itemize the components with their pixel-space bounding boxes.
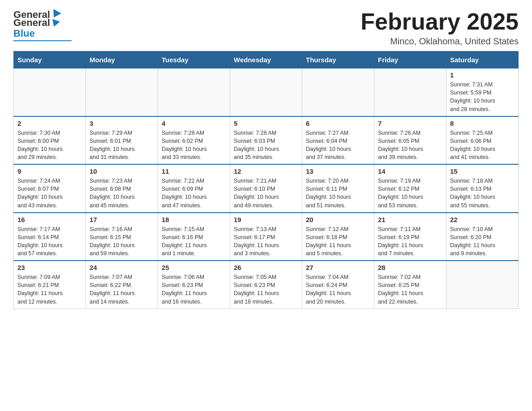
day-number: 19 bbox=[234, 216, 298, 223]
header-row: SundayMondayTuesdayWednesdayThursdayFrid… bbox=[14, 51, 519, 68]
day-cell: 23Sunrise: 7:09 AMSunset: 6:21 PMDayligh… bbox=[14, 261, 86, 308]
day-header-sunday: Sunday bbox=[14, 51, 86, 68]
logo-area: General General Blue bbox=[13, 9, 72, 41]
day-cell: 19Sunrise: 7:13 AMSunset: 6:17 PMDayligh… bbox=[230, 213, 302, 261]
day-number: 3 bbox=[90, 120, 154, 127]
title-area: February 2025 Minco, Oklahoma, United St… bbox=[360, 9, 519, 47]
day-number: 23 bbox=[17, 264, 82, 271]
day-cell: 9Sunrise: 7:24 AMSunset: 6:07 PMDaylight… bbox=[14, 164, 86, 213]
day-info: Sunrise: 7:17 AMSunset: 6:14 PMDaylight:… bbox=[17, 225, 82, 258]
day-cell: 8Sunrise: 7:25 AMSunset: 6:06 PMDaylight… bbox=[446, 116, 519, 165]
day-cell: 2Sunrise: 7:30 AMSunset: 6:00 PMDaylight… bbox=[14, 116, 86, 165]
day-number: 16 bbox=[17, 216, 82, 223]
day-cell bbox=[230, 68, 302, 116]
day-cell: 3Sunrise: 7:29 AMSunset: 6:01 PMDaylight… bbox=[86, 116, 158, 165]
day-number: 15 bbox=[450, 167, 515, 175]
day-cell bbox=[446, 261, 519, 308]
logo-underline bbox=[13, 40, 72, 41]
day-cell: 22Sunrise: 7:10 AMSunset: 6:20 PMDayligh… bbox=[446, 213, 519, 261]
day-number: 13 bbox=[306, 167, 370, 175]
day-number: 2 bbox=[17, 120, 82, 127]
day-cell bbox=[302, 68, 374, 116]
day-info: Sunrise: 7:27 AMSunset: 6:04 PMDaylight:… bbox=[306, 129, 370, 162]
day-info: Sunrise: 7:11 AMSunset: 6:19 PMDaylight:… bbox=[378, 225, 442, 258]
day-info: Sunrise: 7:25 AMSunset: 6:06 PMDaylight:… bbox=[450, 129, 515, 162]
day-info: Sunrise: 7:09 AMSunset: 6:21 PMDaylight:… bbox=[17, 273, 82, 306]
day-number: 25 bbox=[162, 264, 226, 271]
day-number: 1 bbox=[450, 71, 515, 79]
day-cell: 24Sunrise: 7:07 AMSunset: 6:22 PMDayligh… bbox=[86, 261, 158, 308]
day-info: Sunrise: 7:28 AMSunset: 6:03 PMDaylight:… bbox=[234, 129, 298, 162]
day-cell: 7Sunrise: 7:26 AMSunset: 6:05 PMDaylight… bbox=[374, 116, 446, 165]
day-info: Sunrise: 7:10 AMSunset: 6:20 PMDaylight:… bbox=[450, 225, 515, 258]
day-info: Sunrise: 7:31 AMSunset: 5:59 PMDaylight:… bbox=[450, 81, 515, 113]
day-info: Sunrise: 7:07 AMSunset: 6:22 PMDaylight:… bbox=[90, 273, 154, 306]
day-header-monday: Monday bbox=[86, 51, 158, 68]
day-number: 12 bbox=[234, 167, 298, 175]
day-info: Sunrise: 7:06 AMSunset: 6:23 PMDaylight:… bbox=[162, 273, 226, 306]
day-cell bbox=[86, 68, 158, 116]
day-cell bbox=[14, 68, 86, 116]
day-number: 27 bbox=[306, 264, 370, 271]
day-cell: 15Sunrise: 7:18 AMSunset: 6:13 PMDayligh… bbox=[446, 164, 519, 213]
calendar-table: SundayMondayTuesdayWednesdayThursdayFrid… bbox=[13, 51, 519, 309]
day-cell bbox=[374, 68, 446, 116]
day-info: Sunrise: 7:30 AMSunset: 6:00 PMDaylight:… bbox=[17, 129, 82, 162]
day-number: 9 bbox=[17, 167, 82, 175]
day-header-saturday: Saturday bbox=[446, 51, 519, 68]
day-number: 8 bbox=[450, 120, 515, 127]
day-info: Sunrise: 7:23 AMSunset: 6:08 PMDaylight:… bbox=[90, 177, 154, 210]
header: General General Blue February 2025 Minco… bbox=[13, 9, 519, 47]
day-number: 17 bbox=[90, 216, 154, 223]
day-info: Sunrise: 7:16 AMSunset: 6:15 PMDaylight:… bbox=[90, 225, 154, 258]
day-cell: 17Sunrise: 7:16 AMSunset: 6:15 PMDayligh… bbox=[86, 213, 158, 261]
day-cell: 11Sunrise: 7:22 AMSunset: 6:09 PMDayligh… bbox=[158, 164, 230, 213]
logo-triangle-icon2 bbox=[50, 19, 60, 28]
day-info: Sunrise: 7:21 AMSunset: 6:10 PMDaylight:… bbox=[234, 177, 298, 210]
day-header-wednesday: Wednesday bbox=[230, 51, 302, 68]
day-info: Sunrise: 7:13 AMSunset: 6:17 PMDaylight:… bbox=[234, 225, 298, 258]
day-cell: 27Sunrise: 7:04 AMSunset: 6:24 PMDayligh… bbox=[302, 261, 374, 308]
day-cell: 10Sunrise: 7:23 AMSunset: 6:08 PMDayligh… bbox=[86, 164, 158, 213]
day-number: 26 bbox=[234, 264, 298, 271]
day-number: 4 bbox=[162, 120, 226, 127]
day-info: Sunrise: 7:04 AMSunset: 6:24 PMDaylight:… bbox=[306, 273, 370, 306]
week-row-1: 1Sunrise: 7:31 AMSunset: 5:59 PMDaylight… bbox=[14, 68, 519, 116]
day-number: 11 bbox=[162, 167, 226, 175]
day-cell: 20Sunrise: 7:12 AMSunset: 6:18 PMDayligh… bbox=[302, 213, 374, 261]
day-number: 10 bbox=[90, 167, 154, 175]
day-number: 28 bbox=[378, 264, 442, 271]
logo-blue-text: Blue bbox=[13, 28, 35, 39]
day-cell: 16Sunrise: 7:17 AMSunset: 6:14 PMDayligh… bbox=[14, 213, 86, 261]
logo-general-text2: General bbox=[13, 17, 50, 29]
day-info: Sunrise: 7:19 AMSunset: 6:12 PMDaylight:… bbox=[378, 177, 442, 210]
day-info: Sunrise: 7:28 AMSunset: 6:02 PMDaylight:… bbox=[162, 129, 226, 162]
day-info: Sunrise: 7:26 AMSunset: 6:05 PMDaylight:… bbox=[378, 129, 442, 162]
day-cell: 28Sunrise: 7:02 AMSunset: 6:25 PMDayligh… bbox=[374, 261, 446, 308]
day-header-thursday: Thursday bbox=[302, 51, 374, 68]
day-info: Sunrise: 7:05 AMSunset: 6:23 PMDaylight:… bbox=[234, 273, 298, 306]
day-cell: 21Sunrise: 7:11 AMSunset: 6:19 PMDayligh… bbox=[374, 213, 446, 261]
day-cell: 5Sunrise: 7:28 AMSunset: 6:03 PMDaylight… bbox=[230, 116, 302, 165]
day-cell: 18Sunrise: 7:15 AMSunset: 6:16 PMDayligh… bbox=[158, 213, 230, 261]
day-info: Sunrise: 7:02 AMSunset: 6:25 PMDaylight:… bbox=[378, 273, 442, 306]
day-cell: 12Sunrise: 7:21 AMSunset: 6:10 PMDayligh… bbox=[230, 164, 302, 213]
day-info: Sunrise: 7:22 AMSunset: 6:09 PMDaylight:… bbox=[162, 177, 226, 210]
day-number: 20 bbox=[306, 216, 370, 223]
day-header-tuesday: Tuesday bbox=[158, 51, 230, 68]
day-info: Sunrise: 7:20 AMSunset: 6:11 PMDaylight:… bbox=[306, 177, 370, 210]
week-row-4: 16Sunrise: 7:17 AMSunset: 6:14 PMDayligh… bbox=[14, 213, 519, 261]
day-info: Sunrise: 7:24 AMSunset: 6:07 PMDaylight:… bbox=[17, 177, 82, 210]
day-info: Sunrise: 7:15 AMSunset: 6:16 PMDaylight:… bbox=[162, 225, 226, 258]
month-title: February 2025 bbox=[360, 9, 519, 34]
day-number: 18 bbox=[162, 216, 226, 223]
day-cell: 25Sunrise: 7:06 AMSunset: 6:23 PMDayligh… bbox=[158, 261, 230, 308]
day-cell: 26Sunrise: 7:05 AMSunset: 6:23 PMDayligh… bbox=[230, 261, 302, 308]
week-row-5: 23Sunrise: 7:09 AMSunset: 6:21 PMDayligh… bbox=[14, 261, 519, 308]
day-header-friday: Friday bbox=[374, 51, 446, 68]
day-info: Sunrise: 7:18 AMSunset: 6:13 PMDaylight:… bbox=[450, 177, 515, 210]
location-title: Minco, Oklahoma, United States bbox=[360, 36, 519, 47]
day-cell: 14Sunrise: 7:19 AMSunset: 6:12 PMDayligh… bbox=[374, 164, 446, 213]
day-cell: 1Sunrise: 7:31 AMSunset: 5:59 PMDaylight… bbox=[446, 68, 519, 116]
day-info: Sunrise: 7:29 AMSunset: 6:01 PMDaylight:… bbox=[90, 129, 154, 162]
